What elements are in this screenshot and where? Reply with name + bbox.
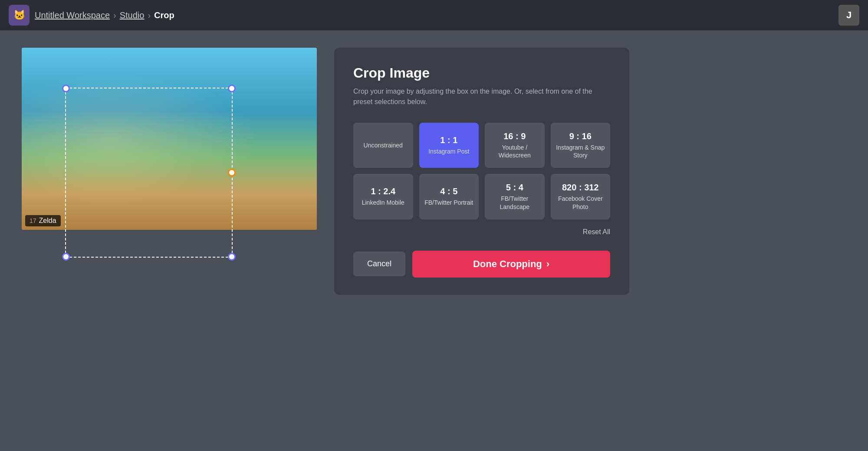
done-cropping-button[interactable]: Done Cropping › [412,251,610,278]
preset-5x4-label: FB/Twitter Landscape [490,195,539,210]
reset-all-button[interactable]: Reset All [583,226,610,238]
breadcrumb-current: Crop [154,10,174,20]
crop-handle-br[interactable] [228,253,236,261]
preset-1x2.4-label: LinkedIn Mobile [362,199,404,206]
crop-image: 17 Zelda [22,48,317,230]
image-label: 17 Zelda [25,215,61,226]
preset-1x2.4-ratio: 1 : 2.4 [371,186,395,196]
top-bar-left: 🐱 Untitled Workspace › Studio › Crop [9,5,174,26]
crop-description: Crop your image by adjusting the box on … [353,86,610,107]
action-row: Cancel Done Cropping › [353,251,610,278]
crop-panel: Crop Image Crop your image by adjusting … [334,48,629,295]
preset-1x1[interactable]: 1 : 1 Instagram Post [419,123,479,168]
app-logo: 🐱 [9,5,30,26]
crop-title: Crop Image [353,65,610,81]
breadcrumb-sep-1: › [113,10,116,20]
user-avatar[interactable]: J [838,5,859,26]
preset-820x312-label: Facebook Cover Photo [556,195,605,210]
top-bar: 🐱 Untitled Workspace › Studio › Crop J [0,0,868,30]
preset-unconstrained-label: Unconstrained [364,141,403,149]
breadcrumb-workspace[interactable]: Untitled Workspace [35,10,110,20]
breadcrumb: Untitled Workspace › Studio › Crop [35,10,174,20]
preset-unconstrained[interactable]: Unconstrained [353,123,413,168]
preset-5x4-ratio: 5 : 4 [506,183,523,192]
preset-16x9[interactable]: 16 : 9 Youtube / Widescreen [485,123,545,168]
main-content: 17 Zelda Crop Image Crop your image by a… [0,30,868,451]
preset-9x16-ratio: 9 : 16 [569,131,592,141]
zelda-bg [22,48,317,230]
crop-image-wrapper: 17 Zelda [22,48,317,230]
preset-16x9-ratio: 16 : 9 [503,131,526,141]
preset-820x312-ratio: 820 : 312 [562,183,599,192]
done-arrow-icon: › [546,258,549,270]
done-cropping-label: Done Cropping [473,258,542,270]
preset-grid: Unconstrained 1 : 1 Instagram Post 16 : … [353,123,610,219]
cancel-button[interactable]: Cancel [353,252,405,276]
image-panel: 17 Zelda [22,48,317,230]
preset-9x16[interactable]: 9 : 16 Instagram & Snap Story [551,123,611,168]
image-number: 17 [30,217,36,224]
image-name: Zelda [39,217,56,225]
preset-4x5[interactable]: 4 : 5 FB/Twitter Portrait [419,174,479,219]
preset-4x5-ratio: 4 : 5 [440,186,457,196]
crop-handle-bl[interactable] [62,253,70,261]
preset-1x1-label: Instagram Post [428,147,469,155]
preset-9x16-label: Instagram & Snap Story [556,144,605,159]
preset-5x4[interactable]: 5 : 4 FB/Twitter Landscape [485,174,545,219]
preset-16x9-label: Youtube / Widescreen [490,144,539,159]
reset-all-container: Reset All [353,226,610,238]
preset-820x312[interactable]: 820 : 312 Facebook Cover Photo [551,174,611,219]
preset-1x2.4[interactable]: 1 : 2.4 LinkedIn Mobile [353,174,413,219]
breadcrumb-sep-2: › [148,10,151,20]
breadcrumb-studio[interactable]: Studio [120,10,145,20]
preset-4x5-label: FB/Twitter Portrait [424,199,473,206]
preset-1x1-ratio: 1 : 1 [440,135,457,145]
